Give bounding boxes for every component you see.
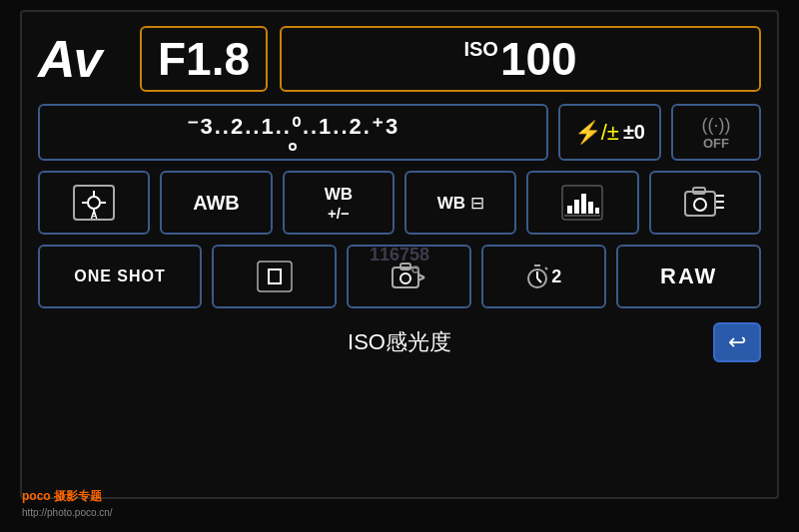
camera-screen: 116758 Av F1.8 ISO 100 ⁻3..2..1..⁰..1..2…: [20, 10, 779, 499]
svg-line-32: [545, 267, 547, 269]
row-mode: Av F1.8 ISO 100: [38, 26, 761, 92]
wb-adjust-box[interactable]: WB +/−: [283, 171, 395, 235]
camera-settings-icon: [683, 184, 727, 222]
timer-icon: 2: [526, 264, 561, 289]
poco-url: http://photo.poco.cn/: [22, 507, 113, 518]
raw-text: RAW: [660, 264, 717, 289]
wb-adjust-text: WB +/−: [325, 185, 353, 222]
camera-settings-box[interactable]: [649, 171, 761, 235]
wb-bracket-icon: WB ⊟: [437, 193, 484, 214]
live-view-box[interactable]: [347, 245, 471, 308]
back-arrow-icon: ↩: [728, 329, 746, 355]
svg-rect-20: [258, 262, 292, 291]
flash-value: ±0: [623, 121, 645, 144]
flash-box[interactable]: ⚡/± ±0: [558, 104, 661, 161]
iso-display[interactable]: ISO 100: [280, 26, 761, 92]
mode-label: Av: [38, 29, 128, 89]
bottom-label: ISO感光度: [86, 327, 713, 357]
row-exposure: ⁻3..2..1..⁰..1..2.⁺3 ⚡/± ±0 ((·)) OFF: [38, 104, 761, 161]
histogram-icon: [560, 184, 604, 222]
awb-text: AWB: [193, 192, 240, 215]
flash-icon: ⚡/±: [574, 120, 619, 146]
svg-rect-21: [269, 269, 281, 283]
svg-text:A: A: [91, 210, 98, 221]
svg-rect-11: [588, 202, 593, 214]
exposure-scale-text: ⁻3..2..1..⁰..1..2.⁺3: [187, 114, 400, 140]
svg-line-30: [537, 278, 541, 282]
awb-box[interactable]: AWB: [160, 171, 272, 235]
svg-rect-12: [595, 208, 599, 214]
aperture-display[interactable]: F1.8: [140, 26, 268, 92]
raw-box[interactable]: RAW: [616, 245, 761, 308]
back-button[interactable]: ↩: [713, 322, 761, 362]
exposure-marker: [289, 143, 297, 151]
row-settings: A AWB WB +/− WB ⊟: [38, 171, 761, 235]
svg-rect-14: [685, 192, 715, 216]
af-point-icon: [256, 260, 294, 293]
svg-rect-9: [574, 200, 579, 214]
wifi-indicator: ((·)) OFF: [702, 115, 731, 151]
svg-point-16: [694, 199, 706, 211]
wb-bracket-box[interactable]: WB ⊟: [404, 171, 516, 235]
iso-value: 100: [500, 32, 577, 86]
metering-box[interactable]: A: [38, 171, 150, 235]
svg-point-24: [400, 273, 410, 283]
af-point-box[interactable]: [212, 245, 337, 308]
bottom-bar: ISO感光度 ↩: [38, 322, 761, 362]
poco-logo: poco 摄影专题: [22, 489, 102, 503]
live-view-icon: [391, 260, 428, 293]
iso-text-label: ISO: [463, 38, 497, 61]
metering-icon: A: [72, 184, 116, 222]
row-shoot: ONE SHOT: [38, 245, 761, 308]
oneshot-text: ONE SHOT: [74, 267, 166, 285]
wifi-box[interactable]: ((·)) OFF: [671, 104, 761, 161]
timer-box[interactable]: 2: [481, 245, 606, 308]
svg-rect-8: [567, 206, 572, 214]
histogram-box[interactable]: [526, 171, 638, 235]
exposure-scale-box[interactable]: ⁻3..2..1..⁰..1..2.⁺3: [38, 104, 548, 161]
svg-point-1: [88, 197, 100, 209]
poco-watermark: poco 摄影专题 http://photo.poco.cn/: [22, 488, 113, 520]
oneshot-box[interactable]: ONE SHOT: [38, 245, 202, 308]
svg-rect-10: [581, 194, 586, 214]
